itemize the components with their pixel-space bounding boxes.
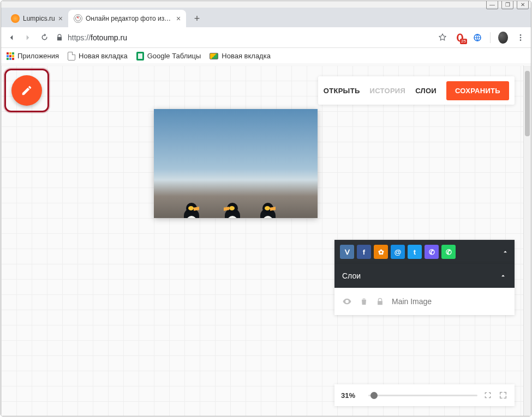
apps-bookmark[interactable]: Приложения [7, 52, 59, 60]
share-viber-button[interactable]: ✆ [425, 245, 439, 259]
layer-name: Main Image [392, 297, 432, 306]
chevron-up-icon[interactable] [499, 272, 507, 280]
svg-point-6 [520, 39, 522, 41]
tab-close-icon[interactable]: × [58, 14, 63, 23]
compass-icon [74, 14, 82, 23]
new-tab-button[interactable]: + [189, 11, 205, 26]
picture-icon [210, 53, 218, 59]
tab-close-icon[interactable]: × [176, 14, 181, 23]
bookmarks-bar: Приложения Новая вкладка Google Таблицы … [1, 48, 531, 64]
lock-icon[interactable] [376, 298, 384, 306]
tab-title: Lumpics.ru [23, 15, 55, 22]
forward-button[interactable] [23, 33, 33, 43]
layers-panel-body: Main Image [334, 288, 515, 315]
url-host: fotoump.ru [91, 33, 127, 42]
editor-toolbar: ОТКРЫТЬ ИСТОРИЯ СЛОИ СОХРАНИТЬ [318, 76, 515, 105]
save-button[interactable]: СОХРАНИТЬ [446, 81, 509, 100]
bookmark-star-icon[interactable] [438, 33, 447, 43]
extension-badge-count: 25 [460, 39, 467, 44]
reload-button[interactable] [39, 33, 49, 43]
share-moimir-button[interactable]: @ [391, 245, 405, 259]
share-panel-header: Ⅴf✿@t✆✆ [334, 240, 515, 264]
fullscreen-icon[interactable] [498, 390, 508, 400]
sheets-icon [136, 52, 144, 61]
bookmark-newtab-1[interactable]: Новая вкладка [68, 52, 128, 61]
edit-fab-button[interactable] [11, 75, 42, 106]
trash-icon[interactable] [360, 297, 368, 306]
layers-panel: Слои Main Image [334, 264, 515, 315]
pencil-icon [21, 84, 33, 96]
svg-point-4 [520, 34, 522, 36]
url-protocol: https:// [68, 33, 91, 42]
share-twitter-button[interactable]: t [408, 245, 422, 259]
window-titlebar: — ❐ ✕ [1, 1, 531, 8]
zoom-slider-knob[interactable] [370, 392, 378, 399]
chevron-up-icon[interactable] [501, 248, 509, 256]
layer-row[interactable]: Main Image [342, 297, 507, 306]
share-vk-button[interactable]: Ⅴ [340, 245, 354, 259]
share-panel: Ⅴf✿@t✆✆ [334, 240, 515, 264]
opera-extension-icon[interactable]: 25 [455, 33, 465, 43]
share-odnoklassniki-button[interactable]: ✿ [374, 245, 388, 259]
window-maximize-button[interactable]: ❐ [501, 1, 513, 9]
back-button[interactable] [7, 33, 16, 43]
zoom-bar: 31% [334, 384, 515, 406]
open-button[interactable]: ОТКРЫТЬ [324, 87, 360, 95]
editor-canvas-area: ОТКРЫТЬ ИСТОРИЯ СЛОИ СОХРАНИТЬ Ⅴf✿@t✆✆ [1, 65, 531, 416]
scrollbar-thumb[interactable] [525, 71, 530, 136]
zoom-percent: 31% [341, 391, 363, 400]
layers-button[interactable]: СЛОИ [415, 87, 437, 95]
menu-button[interactable] [516, 33, 525, 43]
profile-avatar[interactable] [498, 33, 508, 43]
apps-grid-icon [7, 52, 14, 60]
bookmark-newtab-2[interactable]: Новая вкладка [210, 52, 271, 60]
bookmark-label: Новая вкладка [79, 52, 128, 60]
url-field[interactable]: https://fotoump.ru [56, 33, 431, 42]
window-close-button[interactable]: ✕ [517, 1, 529, 9]
svg-point-5 [520, 37, 522, 38]
address-bar: https://fotoump.ru 25 [1, 27, 531, 48]
window-minimize-button[interactable]: — [486, 1, 498, 9]
bookmark-label: Google Таблицы [147, 52, 201, 60]
share-whatsapp-button[interactable]: ✆ [441, 245, 456, 259]
fit-screen-icon[interactable] [483, 390, 493, 400]
file-icon [68, 52, 75, 61]
share-facebook-button[interactable]: f [357, 245, 371, 259]
layers-panel-header[interactable]: Слои [334, 264, 515, 288]
tab-fotoump[interactable]: Онлайн редактор фото изобра × [68, 10, 186, 27]
bookmark-sheets[interactable]: Google Таблицы [136, 52, 201, 61]
tab-strip: Lumpics.ru × Онлайн редактор фото изобра… [1, 8, 531, 27]
history-button[interactable]: ИСТОРИЯ [370, 87, 406, 95]
vertical-scrollbar[interactable] [523, 65, 531, 416]
bookmark-label: Новая вкладка [222, 52, 271, 60]
visibility-icon[interactable] [342, 297, 352, 306]
tab-lumpics[interactable]: Lumpics.ru × [5, 10, 68, 27]
zoom-slider[interactable] [368, 395, 477, 396]
globe-icon[interactable] [473, 33, 482, 43]
bookmark-label: Приложения [17, 52, 59, 60]
separator [490, 32, 491, 43]
orange-circle-icon [11, 14, 20, 23]
side-panels: Ⅴf✿@t✆✆ Слои Main Image [334, 240, 515, 315]
layers-panel-title: Слои [342, 271, 361, 280]
canvas-image[interactable] [154, 109, 318, 218]
browser-window: — ❐ ✕ Lumpics.ru × Онлайн редактор фото … [1, 1, 531, 416]
tab-title: Онлайн редактор фото изобра [86, 15, 173, 22]
lock-icon [56, 34, 63, 41]
fab-highlight-box [4, 69, 49, 112]
